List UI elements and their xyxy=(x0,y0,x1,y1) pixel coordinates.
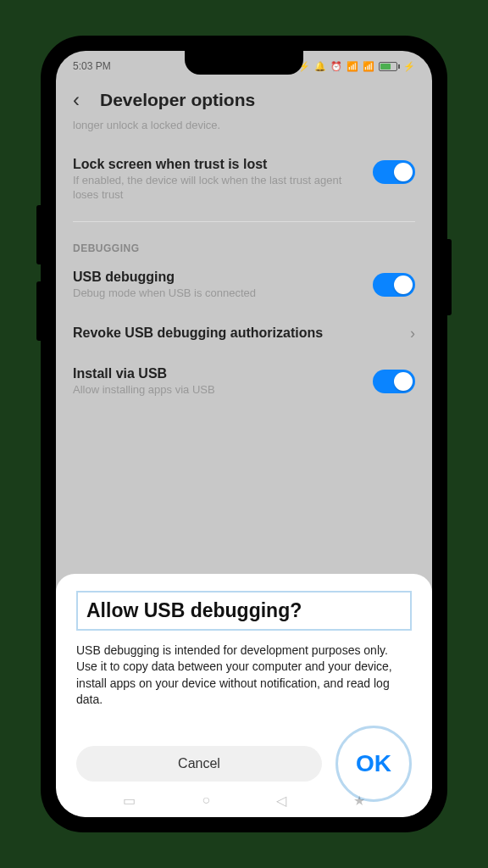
status-indicator-icons: ⚡ 🔔 ⏰ 📶 📶 xyxy=(298,61,375,72)
power-button xyxy=(447,239,452,315)
dialog-allow-usb-debugging: Allow USB debugging? USB debugging is in… xyxy=(56,574,432,817)
setting-desc: Debug mode when USB is connected xyxy=(73,287,364,301)
battery-icon xyxy=(379,62,400,71)
status-icons-group: ⚡ 🔔 ⏰ 📶 📶 ⚡ xyxy=(298,61,415,72)
phone-screen: 5:03 PM ⚡ 🔔 ⏰ 📶 📶 ⚡ ‹ Developer options … xyxy=(56,51,432,817)
home-icon[interactable]: ○ xyxy=(202,793,210,809)
setting-title: USB debugging xyxy=(73,270,364,285)
system-nav-bar: ▭ ○ ◁ ★ xyxy=(56,787,432,814)
setting-title: Lock screen when trust is lost xyxy=(73,157,364,172)
volume-up-button xyxy=(36,205,41,264)
dialog-title-highlight: Allow USB debugging? xyxy=(76,591,412,631)
setting-lock-screen-trust[interactable]: Lock screen when trust is lost If enable… xyxy=(73,147,415,213)
setting-usb-debugging[interactable]: USB debugging Debug mode when USB is con… xyxy=(73,259,415,311)
setting-title: Install via USB xyxy=(73,366,364,381)
back-icon[interactable]: ‹ xyxy=(73,88,80,112)
setting-desc: If enabled, the device will lock when th… xyxy=(73,174,364,203)
setting-desc: Allow installing apps via USB xyxy=(73,383,364,398)
page-header: ‹ Developer options xyxy=(56,78,432,119)
setting-install-via-usb[interactable]: Install via USB Allow installing apps vi… xyxy=(73,356,415,408)
toggle-usb-debugging[interactable] xyxy=(373,273,415,297)
setting-title: Revoke USB debugging authorizations xyxy=(73,326,323,341)
status-time: 5:03 PM xyxy=(73,60,111,72)
back-nav-icon[interactable]: ◁ xyxy=(276,793,286,809)
dialog-body-text: USB debugging is intended for developmen… xyxy=(76,643,412,709)
page-title: Developer options xyxy=(100,90,255,110)
notch xyxy=(185,51,303,75)
star-icon[interactable]: ★ xyxy=(353,793,365,809)
cancel-button[interactable]: Cancel xyxy=(76,746,322,782)
content-area: longer unlock a locked device. Lock scre… xyxy=(56,119,432,408)
setting-revoke-authorizations[interactable]: Revoke USB debugging authorizations › xyxy=(73,311,415,356)
toggle-install-via-usb[interactable] xyxy=(373,370,415,393)
chevron-right-icon: › xyxy=(410,325,415,342)
volume-down-button xyxy=(36,281,41,341)
divider xyxy=(73,221,415,222)
charging-icon: ⚡ xyxy=(403,61,415,72)
toggle-lock-screen-trust[interactable] xyxy=(373,160,415,184)
recents-icon[interactable]: ▭ xyxy=(123,793,136,809)
partial-setting-desc: longer unlock a locked device. xyxy=(73,119,415,131)
dialog-title: Allow USB debugging? xyxy=(86,599,402,622)
ok-button[interactable]: OK xyxy=(356,750,391,777)
section-label-debugging: DEBUGGING xyxy=(73,231,415,259)
phone-frame: 5:03 PM ⚡ 🔔 ⏰ 📶 📶 ⚡ ‹ Developer options … xyxy=(41,36,447,832)
